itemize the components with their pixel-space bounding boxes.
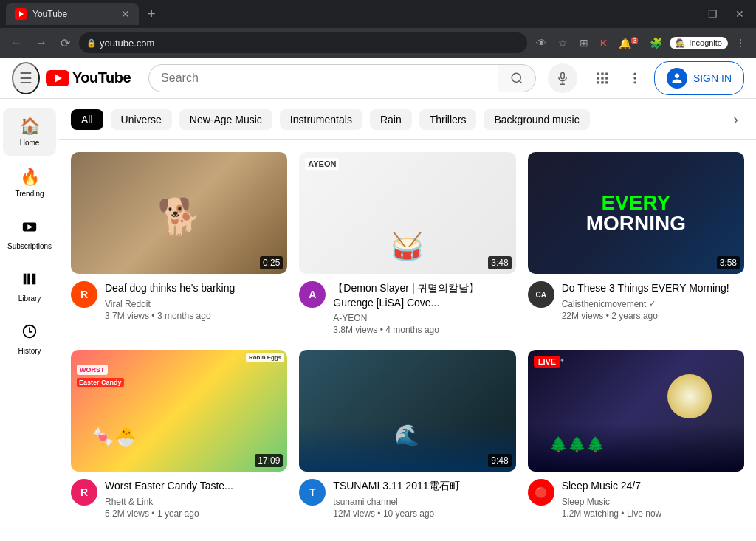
video-thumbnail-3: EVERY MORNING 3:58: [528, 152, 744, 274]
address-bar-row: ← → ⟳ 🔒 👁 ☆ ⊞ K 🔔3 🧩 🕵 Incognito ⋮: [0, 28, 756, 58]
filter-chip-new-age[interactable]: New-Age Music: [179, 109, 272, 130]
filter-chip-rain[interactable]: Rain: [370, 109, 412, 130]
sidebar-item-trending-label: Trending: [15, 190, 44, 198]
video-title-2: 【Demon Slayer | 귀멸의칼날】 Gurenge [LiSA] Co…: [333, 281, 515, 310]
video-channel-name-2: A-YEON: [333, 313, 367, 323]
sidebar-item-subscriptions-label: Subscriptions: [7, 242, 52, 250]
video-stats-6: 1.2M watching • Live now: [562, 509, 744, 519]
library-icon: [21, 271, 38, 292]
video-channel-name-1: Viral Reddit: [105, 299, 151, 309]
header-right: SIGN IN: [589, 61, 744, 95]
video-card-2[interactable]: 🥁 AYEON 3:48 A 【Demon Slayer | 귀멸의칼날】 Gu…: [299, 152, 515, 335]
sidebar-item-history[interactable]: History: [3, 314, 56, 364]
svg-rect-8: [601, 72, 603, 75]
tab-close-icon[interactable]: ✕: [121, 8, 130, 20]
title-bar: YouTube ✕ + — ❐ ✕: [0, 0, 756, 28]
tab-title: YouTube: [32, 9, 115, 19]
minimize-button[interactable]: —: [674, 5, 696, 23]
video-thumbnail-2: 🥁 AYEON 3:48: [299, 152, 515, 274]
svg-point-2: [512, 73, 520, 82]
search-container: [148, 64, 536, 92]
window-controls: — ❐ ✕: [674, 5, 750, 23]
new-tab-button[interactable]: +: [142, 4, 162, 25]
video-card-3[interactable]: EVERY MORNING 3:58 CA Do These 3 Things …: [528, 152, 744, 335]
sidebar-item-trending[interactable]: 🔥 Trending: [3, 159, 56, 207]
grid-icon[interactable]: ⊞: [575, 34, 593, 52]
star-icon[interactable]: ☆: [554, 34, 572, 52]
morning-text: EVERY MORNING: [586, 193, 686, 234]
notification-icon[interactable]: 🔔3: [614, 34, 642, 52]
sidebar-item-library-label: Library: [18, 294, 41, 303]
youtube-content: 🏠 Home 🔥 Trending Subscriptions: [0, 99, 756, 541]
more-options-button[interactable]: [622, 65, 648, 92]
sign-in-button[interactable]: SIGN IN: [654, 61, 744, 95]
morning-every-text: EVERY: [586, 193, 686, 213]
video-avatar-1: R: [71, 281, 97, 308]
window-close-button[interactable]: ✕: [729, 5, 750, 23]
grid-apps-button[interactable]: [589, 65, 616, 92]
history-icon: [21, 323, 38, 344]
filter-chip-universe[interactable]: Universe: [111, 109, 172, 130]
filter-chip-all[interactable]: All: [71, 109, 103, 130]
maximize-button[interactable]: ❐: [702, 5, 724, 23]
video-avatar-4: R: [71, 479, 97, 506]
video-thumbnail-5: 🌊 9:48: [299, 350, 515, 472]
video-channel-6: Sleep Music: [562, 497, 744, 507]
video-meta-3: Do These 3 Things EVERY Morning! Calisth…: [562, 281, 744, 321]
video-card-5[interactable]: 🌊 9:48 T TSUNAMI 3.11 2011電石町 tsunami ch…: [299, 350, 515, 519]
grid-apps-icon: [595, 71, 610, 86]
video-meta-6: Sleep Music 24/7 Sleep Music 1.2M watchi…: [562, 479, 744, 519]
video-card-1[interactable]: 🐕 0:25 R Deaf dog thinks he's barking Vi…: [71, 152, 287, 335]
svg-line-3: [519, 80, 521, 83]
video-thumbnail-6: 🌲🌲🌲 ✦✦✦ LIVE: [528, 350, 744, 472]
address-input[interactable]: [79, 32, 527, 53]
svg-rect-10: [597, 77, 599, 79]
search-button[interactable]: [498, 64, 536, 92]
forward-button[interactable]: →: [31, 33, 52, 52]
sleep-moon: [667, 374, 712, 418]
video-duration-5: 9:48: [488, 454, 511, 467]
svg-rect-21: [24, 274, 27, 285]
play-triangle: [55, 74, 62, 83]
home-icon: 🏠: [20, 117, 40, 136]
video-card-6[interactable]: 🌲🌲🌲 ✦✦✦ LIVE 🔴 Sleep Music 24/7 Sleep Mu…: [528, 350, 744, 519]
back-button[interactable]: ←: [6, 33, 27, 52]
address-bar-container: 🔒: [79, 32, 527, 53]
svg-rect-12: [605, 77, 608, 79]
video-card-4[interactable]: Robin Eggs WORST Easter Candy 🍬🐣 17:09 R…: [71, 350, 287, 519]
eye-icon: 👁: [532, 34, 551, 52]
youtube-logo-text: YouTube: [72, 69, 131, 86]
filter-chip-instrumentals[interactable]: Instrumentals: [280, 109, 362, 130]
incognito-icon: 🕵: [676, 38, 686, 48]
sidebar-item-library[interactable]: Library: [3, 262, 56, 311]
sign-in-avatar: [667, 68, 687, 89]
microphone-button[interactable]: [548, 63, 577, 93]
video-meta-1: Deaf dog thinks he's barking Viral Reddi…: [105, 281, 287, 321]
hamburger-button[interactable]: ☰: [12, 62, 40, 94]
video-channel-name-4: Rhett & Link: [105, 497, 153, 507]
sidebar-item-home[interactable]: 🏠 Home: [3, 108, 56, 156]
menu-dots-icon[interactable]: ⋮: [731, 34, 750, 52]
search-input[interactable]: [148, 64, 498, 92]
video-info-3: CA Do These 3 Things EVERY Morning! Cali…: [528, 281, 744, 321]
video-duration-3: 3:58: [717, 256, 740, 269]
video-thumbnail-4: Robin Eggs WORST Easter Candy 🍬🐣 17:09: [71, 350, 287, 472]
video-meta-2: 【Demon Slayer | 귀멸의칼날】 Gurenge [LiSA] Co…: [333, 281, 515, 335]
sidebar-item-subscriptions[interactable]: Subscriptions: [3, 210, 56, 259]
filter-chip-thrillers[interactable]: Thrillers: [419, 109, 477, 130]
svg-rect-15: [605, 81, 608, 83]
video-grid: 🐕 0:25 R Deaf dog thinks he's barking Vi…: [59, 140, 756, 531]
filter-more-icon[interactable]: ›: [727, 108, 744, 131]
puzzle-icon[interactable]: 🧩: [645, 34, 667, 52]
browser-tab[interactable]: YouTube ✕: [6, 3, 139, 25]
video-duration-1: 0:25: [260, 256, 283, 269]
mic-icon: [556, 72, 569, 85]
search-icon: [510, 72, 523, 85]
video-info-4: R Worst Easter Candy Taste... Rhett & Li…: [71, 479, 287, 519]
youtube-logo[interactable]: YouTube: [46, 69, 131, 86]
more-dots-icon: [628, 71, 642, 86]
svg-point-16: [633, 72, 636, 75]
reload-button[interactable]: ⟳: [56, 33, 75, 53]
filter-chip-background[interactable]: Background music: [484, 109, 589, 130]
video-info-1: R Deaf dog thinks he's barking Viral Red…: [71, 281, 287, 321]
